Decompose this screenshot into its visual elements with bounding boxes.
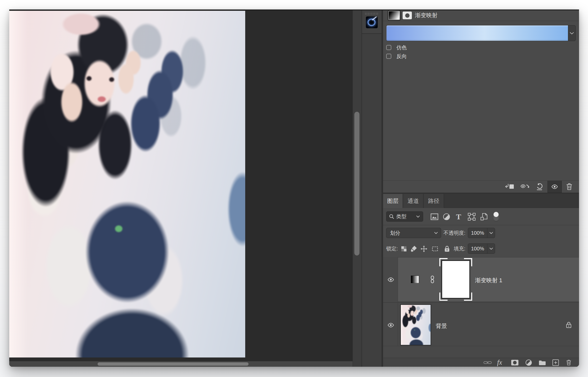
fill-control: 100% (468, 243, 495, 254)
horizontal-scrollbar-thumb[interactable] (98, 362, 249, 366)
collapsed-panel[interactable] (362, 10, 382, 34)
trash-icon (566, 360, 571, 366)
reset-icon (536, 183, 543, 190)
lock-position-button[interactable] (421, 241, 427, 257)
gradient-map-layer-thumbnail[interactable] (411, 276, 419, 283)
properties-header: 渐变映射 (383, 10, 579, 21)
add-layer-mask-button[interactable] (511, 358, 519, 367)
lock-icon (566, 322, 571, 328)
eye-icon (551, 184, 558, 189)
adjustment-circle-icon (525, 359, 532, 366)
layer-visibility-toggle[interactable] (387, 323, 394, 327)
opacity-value[interactable]: 100% (468, 230, 487, 236)
dither-option: 仿色 (386, 44, 407, 51)
lock-artboard-button[interactable] (431, 241, 439, 257)
layer-row-background[interactable]: 背景 (383, 302, 579, 346)
shape-layer-filter-button[interactable] (468, 208, 476, 225)
fx-icon: fx (497, 359, 502, 366)
layer-mask-thumbnail[interactable] (439, 258, 472, 301)
type-layer-filter-button[interactable]: T (456, 208, 461, 225)
lock-transparency-button[interactable] (401, 241, 406, 257)
link-layers-button[interactable] (483, 358, 492, 367)
folder-icon (539, 360, 546, 365)
panel-grip-handle[interactable] (365, 13, 378, 15)
shape-icon (468, 213, 476, 221)
artboard-icon (431, 246, 439, 252)
canvas-vertical-scrollbar[interactable] (353, 10, 362, 367)
layers-panel: 图层 通道 路径 类型 (383, 194, 579, 367)
mask-badge-icon (403, 12, 412, 19)
lock-label: 锁定: (386, 241, 398, 257)
lock-all-button[interactable] (444, 241, 450, 257)
reverse-checkbox[interactable] (386, 54, 391, 59)
layer-visibility-toggle[interactable] (387, 277, 394, 282)
background-layer-thumbnail[interactable] (400, 304, 431, 345)
eye-icon (387, 277, 394, 282)
opacity-dropdown-button[interactable] (487, 232, 495, 234)
chevron-down-icon (416, 215, 420, 218)
type-letter-icon: T (456, 213, 461, 221)
delete-adjustment-button[interactable] (566, 181, 573, 193)
chain-link-icon (430, 276, 434, 283)
fill-dropdown-button[interactable] (487, 248, 495, 250)
tab-channels[interactable]: 通道 (403, 194, 424, 208)
tab-paths[interactable]: 路径 (424, 194, 444, 208)
layer-locked-indicator[interactable] (566, 322, 571, 329)
dither-label: 仿色 (396, 44, 407, 51)
search-icon (389, 214, 394, 219)
new-layer-button[interactable] (552, 358, 559, 367)
reverse-option: 反向 (386, 53, 407, 60)
blend-mode-row: 划分 不透明度: 100% (383, 225, 579, 241)
blend-mode-dropdown[interactable]: 划分 (386, 228, 441, 238)
smart-object-filter-button[interactable] (480, 208, 488, 225)
layer-list: 渐变映射 1 背景 (383, 257, 579, 358)
move-icon (421, 246, 427, 252)
gradient-map-thumbnail-icon (388, 11, 400, 20)
layer-styles-button[interactable]: fx (497, 358, 502, 367)
toggle-visibility-button[interactable] (547, 181, 562, 193)
layers-footer-toolbar: fx (383, 358, 579, 367)
trash-icon (566, 183, 572, 190)
reset-button[interactable] (535, 181, 544, 193)
dither-checkbox[interactable] (386, 45, 391, 50)
layer-row-gradient-map[interactable]: 渐变映射 1 (383, 258, 579, 301)
collapsed-panel-strip (362, 10, 382, 367)
fill-value[interactable]: 100% (468, 246, 487, 252)
new-group-button[interactable] (539, 358, 546, 367)
chevron-down-icon (570, 32, 574, 34)
layer-filter-row: 类型 (383, 208, 579, 225)
half-circle-icon (443, 213, 450, 220)
reverse-label: 反向 (396, 53, 407, 60)
checkerboard-icon (401, 246, 406, 251)
clip-to-layer-icon (505, 183, 515, 190)
filter-switch[interactable] (493, 208, 499, 225)
glow-ring (368, 19, 375, 26)
delete-layer-button[interactable] (566, 358, 571, 367)
canvas-horizontal-scrollbar[interactable] (9, 361, 353, 367)
chevron-down-icon (434, 232, 438, 234)
opacity-label: 不透明度: (443, 225, 466, 241)
chevron-down-icon (489, 232, 493, 234)
pixel-layer-filter-button[interactable] (431, 208, 438, 225)
view-previous-state-button[interactable] (520, 181, 531, 193)
mask-thumbnail-white (441, 260, 470, 299)
properties-panel: 渐变映射 仿色 反向 (383, 10, 579, 193)
panel-tabs: 图层 通道 路径 (383, 194, 579, 208)
gradient-dropdown-button[interactable] (568, 25, 576, 41)
layer-name[interactable]: 渐变映射 1 (475, 277, 502, 284)
vertical-scrollbar-thumb[interactable] (354, 112, 359, 256)
mask-link-icon[interactable] (430, 276, 434, 284)
canvas-area[interactable] (9, 10, 353, 367)
blue-ring-panel-icon[interactable] (366, 16, 378, 28)
lock-pixels-button[interactable] (410, 241, 417, 257)
adjustment-layer-filter-button[interactable] (443, 208, 450, 225)
clip-to-layer-button[interactable] (505, 181, 515, 193)
gradient-preview-bar[interactable] (386, 25, 576, 41)
layer-name[interactable]: 背景 (436, 322, 447, 330)
eye-previous-icon (520, 184, 530, 190)
filter-type-dropdown[interactable]: 类型 (386, 211, 423, 222)
new-adjustment-layer-button[interactable] (525, 358, 532, 367)
lock-row: 锁定: (383, 241, 579, 257)
properties-title: 渐变映射 (415, 10, 438, 21)
tab-layers[interactable]: 图层 (383, 194, 403, 208)
